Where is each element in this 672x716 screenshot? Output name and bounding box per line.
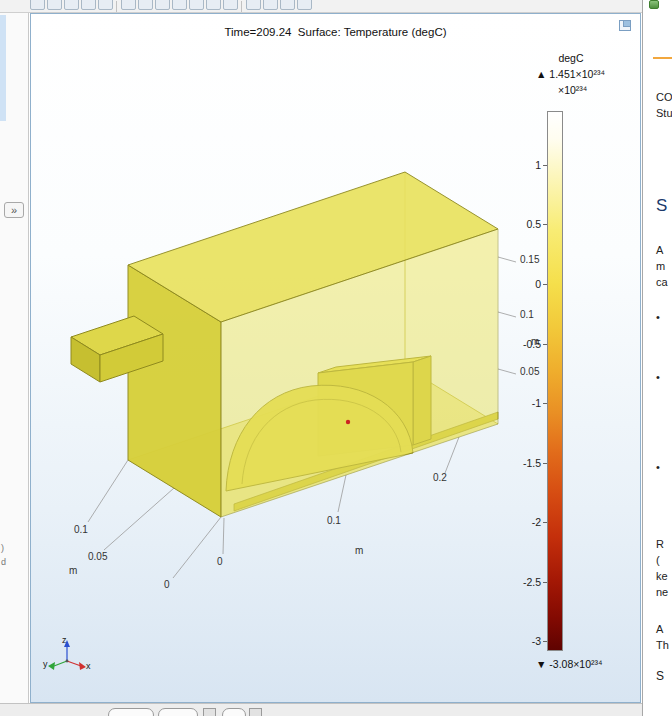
colorbar-tick-label: 1 <box>503 159 541 171</box>
bottom-button-3[interactable] <box>222 708 246 716</box>
toolbar-icon-2[interactable] <box>47 0 62 10</box>
left-panel-text-fragment: ) <box>1 543 4 553</box>
right-panel-text-fragment: ca <box>656 276 668 288</box>
colorbar-tick-mark <box>543 284 547 285</box>
colorbar-tick-mark <box>543 582 547 583</box>
colorbar-gradient <box>547 111 563 651</box>
x-axis-unit-label: m <box>355 545 363 556</box>
toolbar-icon-6[interactable] <box>121 0 136 10</box>
bottom-bar <box>0 703 642 716</box>
z-axis-tick-label: 0.1 <box>520 309 534 320</box>
colorbar-tick-label: -2 <box>503 516 541 528</box>
right-panel-text-fragment: • <box>656 461 660 473</box>
bottom-icon-button-1[interactable] <box>203 708 216 716</box>
toolbar-icon-12[interactable] <box>223 0 238 10</box>
x-axis-tick-label: 0.2 <box>433 472 447 483</box>
right-panel-text-fragment: S <box>656 669 664 683</box>
left-panel-text-fragment: d <box>1 557 6 567</box>
toolbar-separator <box>241 1 242 12</box>
right-panel-text-fragment: A <box>656 623 663 635</box>
right-panel-text-fragment: ke <box>656 570 668 582</box>
toolbar-icon-15[interactable] <box>280 0 295 10</box>
y-axis-tick-label: 0.05 <box>88 551 108 562</box>
right-panel-text-fragment: R <box>656 538 664 550</box>
colorbar-tick-label: 0 <box>503 278 541 290</box>
graphics-toolbar <box>0 0 672 13</box>
toolbar-icon-10[interactable] <box>189 0 204 10</box>
panel-icon-fragment <box>649 0 659 9</box>
colorbar-tick-mark <box>543 641 547 642</box>
toolbar-icon-1[interactable] <box>30 0 45 10</box>
colorbar-tick-label: -0.5 <box>503 338 541 350</box>
model-3d[interactable] <box>71 172 498 517</box>
toolbar-icon-5[interactable] <box>98 0 113 10</box>
x-axis-tick-label: 0.1 <box>327 515 341 526</box>
toolbar-icon-7[interactable] <box>138 0 153 10</box>
colorbar-tick-mark <box>543 165 547 166</box>
right-panel-text-fragment: ( <box>656 554 660 566</box>
colorbar-min-label: ▼ -3.08×10²³⁴ <box>536 658 603 670</box>
colorbar-unit-label: degC <box>536 52 606 64</box>
expand-panel-button[interactable]: » <box>4 202 24 218</box>
bottom-button-2[interactable] <box>158 708 198 716</box>
toolbar-icon-16[interactable] <box>297 0 312 10</box>
y-axis-tick-label: 0 <box>164 579 170 590</box>
right-panel-text-fragment: Stu <box>656 107 672 119</box>
y-axis-arrow <box>48 662 55 670</box>
toolbar-icon-11[interactable] <box>206 0 221 10</box>
probe-point <box>346 420 350 424</box>
colorbar-tick-mark <box>543 344 547 345</box>
toolbar-icon-14[interactable] <box>263 0 278 10</box>
y-axis-tick-label: 0.1 <box>74 524 88 535</box>
toolbar-icon-4[interactable] <box>81 0 96 10</box>
right-panel-text-fragment: Th <box>656 639 669 651</box>
z-axis-tick-label: 0.15 <box>520 254 540 265</box>
triad-z-label: z <box>62 635 67 645</box>
left-collapsed-panel: » ) d <box>0 13 29 703</box>
colorbar-max-label: ▲ 1.451×10²³⁴ <box>536 68 605 80</box>
colorbar-tick-label: -3 <box>503 635 541 647</box>
colorbar-tick-mark <box>543 463 547 464</box>
right-panel-text-fragment: S <box>656 196 667 216</box>
right-panel-divider <box>653 57 672 59</box>
colorbar-multiplier-label: ×10²³⁴ <box>558 84 587 96</box>
colorbar-tick-label: 0.5 <box>503 218 541 230</box>
x-axis-tick-label: 0 <box>217 556 223 567</box>
triad-y-label: y <box>43 659 48 669</box>
z-axis-tick-label: 0.05 <box>520 366 540 377</box>
graphics-canvas[interactable]: Time=209.24 Surface: Temperature (degC) <box>30 13 641 703</box>
triad-x-label: x <box>86 661 91 671</box>
toolbar-icon-13[interactable] <box>246 0 261 10</box>
left-panel-selection-fragment <box>0 15 6 121</box>
right-panel-text-fragment: ne <box>656 586 668 598</box>
colorbar-tick-label: -1 <box>503 397 541 409</box>
y-axis-unit-label: m <box>69 565 77 576</box>
right-panel-text-fragment: • <box>656 311 660 323</box>
bottom-button-1[interactable] <box>108 708 154 716</box>
right-panel-text-fragment: • <box>656 371 660 383</box>
right-panel[interactable]: COStuSAmca•••R(keneAThS <box>642 0 672 716</box>
bottom-icon-button-2[interactable] <box>249 708 262 716</box>
right-panel-text-fragment: A <box>656 244 663 256</box>
toolbar-icon-3[interactable] <box>64 0 79 10</box>
toolbar-icon-9[interactable] <box>172 0 187 10</box>
toolbar-separator <box>116 1 117 12</box>
toolbar-icon-8[interactable] <box>155 0 170 10</box>
right-panel-text-fragment: m <box>656 260 665 272</box>
right-panel-text-fragment: CO <box>656 91 672 103</box>
colorbar-tick-mark <box>543 522 547 523</box>
colorbar-tick-mark <box>543 224 547 225</box>
x-axis-arrow <box>79 662 86 670</box>
colorbar-tick-label: -2.5 <box>503 576 541 588</box>
orientation-triad: z x y <box>43 635 91 671</box>
colorbar-tick-mark <box>543 403 547 404</box>
colorbar-tick-label: -1.5 <box>503 457 541 469</box>
